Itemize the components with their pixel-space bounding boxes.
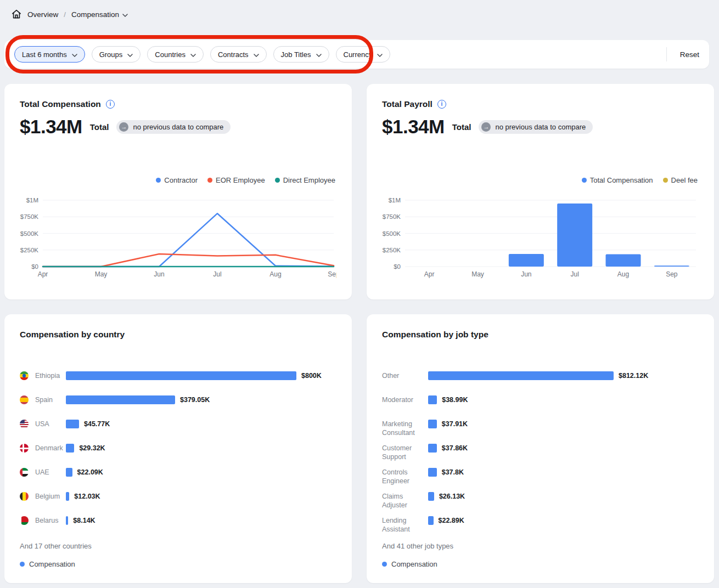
chevron-down-icon: [190, 50, 196, 59]
row-label: Claims Adjuster: [382, 492, 428, 510]
legend-item-deel-fee: Deel fee: [663, 176, 698, 184]
row-label: Belgium: [35, 492, 66, 501]
info-icon[interactable]: i: [106, 100, 115, 109]
table-row: Spain$379.05K: [20, 395, 336, 420]
row-label: USA: [35, 420, 66, 428]
svg-text:$750K: $750K: [20, 213, 39, 220]
svg-text:$250K: $250K: [383, 247, 401, 253]
row-value: $12.03K: [74, 492, 100, 501]
svg-text:Sep: Sep: [666, 270, 678, 278]
total-compensation-chart: $0$250K$500K$750K$1MAprMayJunJulAugSep: [20, 191, 336, 282]
filter-pill-currency[interactable]: Currency: [336, 46, 391, 63]
row-label: Denmark: [35, 444, 66, 453]
svg-text:$0: $0: [31, 263, 38, 270]
value-suffix: Total: [452, 122, 471, 132]
svg-text:Aug: Aug: [269, 270, 281, 278]
country-rows: Ethiopia$800KSpain$379.05KUSA$45.77KDenm…: [20, 371, 336, 540]
row-bar: [428, 395, 437, 404]
row-label: Moderator: [382, 395, 428, 404]
row-value: $26.13K: [439, 492, 465, 501]
table-row: Ethiopia$800K: [20, 371, 336, 395]
breadcrumb-compensation[interactable]: Compensation: [71, 9, 128, 19]
filter-pill-groups[interactable]: Groups: [92, 46, 141, 63]
total-compensation-value: $1.34M: [20, 116, 82, 138]
table-row: Claims Adjuster$26.13K: [382, 492, 699, 516]
svg-text:Apr: Apr: [38, 270, 48, 278]
flag-belgium-icon: [20, 492, 29, 501]
svg-text:$1M: $1M: [26, 197, 38, 203]
breadcrumb: Overview / Compensation: [0, 0, 719, 29]
svg-text:$0: $0: [394, 263, 401, 270]
row-value: $8.14K: [73, 516, 95, 525]
chevron-down-icon: [127, 50, 133, 59]
row-bar: [428, 444, 437, 453]
svg-text:$500K: $500K: [20, 230, 39, 237]
row-label: UAE: [35, 468, 66, 477]
row-label: Customer Support: [382, 444, 428, 461]
table-row: USA$45.77K: [20, 420, 336, 444]
breadcrumb-overview[interactable]: Overview: [27, 10, 58, 19]
table-row: Other$812.12K: [382, 371, 699, 395]
row-value: $29.32K: [79, 444, 105, 453]
row-value: $22.09K: [77, 468, 103, 477]
filter-pill-job-titles[interactable]: Job Titles: [273, 46, 329, 63]
bottom-legend: Compensation: [382, 560, 699, 568]
chevron-down-icon: [72, 50, 77, 59]
svg-text:$250K: $250K: [20, 247, 39, 253]
total-payroll-chart: $0$250K$500K$750K$1MAprMayJunJulAugSep: [382, 191, 699, 282]
table-row: Customer Support$37.86K: [382, 444, 699, 468]
no-previous-data-badge: → no previous data to compare: [479, 120, 593, 134]
svg-text:$1M: $1M: [389, 197, 401, 203]
value-suffix: Total: [90, 122, 109, 132]
row-bar: [428, 420, 437, 428]
row-label: Other: [382, 371, 428, 380]
bottom-legend: Compensation: [20, 560, 336, 568]
home-icon[interactable]: [11, 9, 22, 20]
table-row: Denmark$29.32K: [20, 444, 336, 468]
svg-text:Jul: Jul: [213, 270, 221, 278]
legend-item-total-compensation: Total Compensation: [582, 176, 653, 184]
filter-pill-last-6-months[interactable]: Last 6 months: [14, 46, 85, 63]
legend-dot: [382, 562, 387, 567]
arrow-right-icon: →: [481, 122, 491, 132]
table-row: Controls Engineer$37.8K: [382, 468, 699, 492]
svg-text:May: May: [95, 270, 108, 278]
row-label: Controls Engineer: [382, 468, 428, 485]
svg-text:Jul: Jul: [570, 270, 578, 278]
svg-text:Sep: Sep: [328, 270, 336, 278]
row-value: $800K: [301, 371, 322, 380]
row-bar: [66, 444, 74, 453]
filter-pills: Last 6 monthsGroupsCountriesContractsJob…: [14, 46, 390, 63]
card-title: Compensation by country: [20, 330, 125, 340]
legend-item-direct-employee: Direct Employee: [275, 176, 335, 184]
row-label: Ethiopia: [35, 371, 66, 380]
no-previous-data-badge: → no previous data to compare: [116, 120, 231, 134]
flag-ethiopia-icon: [20, 371, 29, 380]
row-bar: [428, 516, 434, 525]
other-job-types-note: And 41 other job types: [382, 542, 699, 550]
row-value: $379.05K: [180, 395, 210, 404]
flag-uae-icon: [20, 468, 29, 477]
chevron-down-icon: [122, 9, 128, 19]
row-label: Belarus: [35, 516, 66, 525]
chart-legend: Total CompensationDeel fee: [582, 176, 698, 184]
breadcrumb-separator: /: [64, 10, 66, 19]
legend-dot: [20, 562, 25, 567]
filter-pill-countries[interactable]: Countries: [147, 46, 204, 63]
other-countries-note: And 17 other countries: [20, 542, 336, 550]
row-bar: [66, 492, 69, 501]
svg-text:Aug: Aug: [617, 270, 629, 278]
svg-text:May: May: [471, 270, 484, 278]
chart-legend: ContractorEOR EmployeeDirect Employee: [156, 176, 335, 184]
chevron-down-icon: [316, 50, 322, 59]
legend-item-contractor: Contractor: [156, 176, 198, 184]
table-row: Belarus$8.14K: [20, 516, 336, 540]
card-title: Total Payroll: [382, 99, 432, 109]
info-icon[interactable]: i: [437, 100, 446, 109]
filter-pill-contracts[interactable]: Contracts: [210, 46, 267, 63]
reset-button[interactable]: Reset: [680, 50, 699, 59]
row-label: Lending Assistant: [382, 516, 428, 534]
flag-usa-icon: [20, 420, 29, 428]
compensation-by-job-type-card: Compensation by job type Other$812.12KMo…: [367, 314, 714, 583]
row-bar: [66, 516, 68, 525]
